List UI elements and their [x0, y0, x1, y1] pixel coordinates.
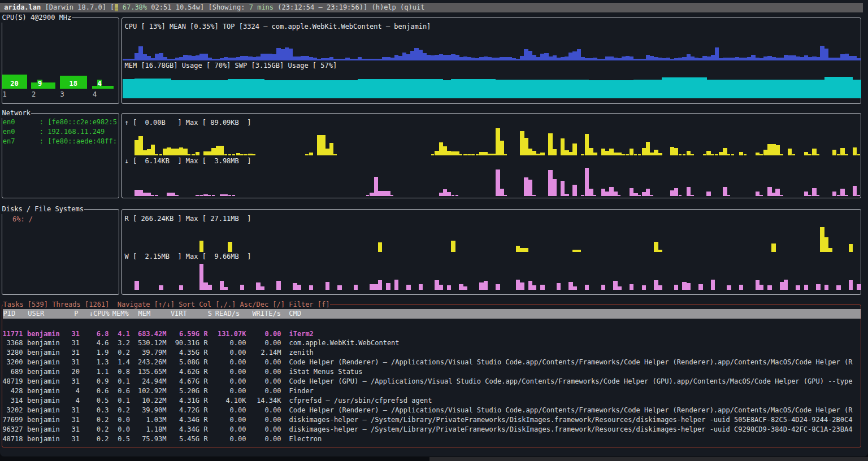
hostname: arida.lan [4, 3, 41, 11]
task-row[interactable]: 48718benjamin310.20.575.93M5.45GR0.000.0… [2, 434, 860, 444]
disk-read-chart [123, 225, 861, 252]
chart-bar [804, 285, 808, 290]
task-row[interactable]: 3280benjamin311.90.239.79M4.35GR0.002.14… [2, 348, 860, 358]
tasks-panel-title: Tasks [539] Threads [1261] Navigate [↑/↓… [3, 300, 331, 310]
chart-zero-dash [780, 154, 783, 155]
chart-bar [337, 285, 341, 290]
task-cmd: Code Helper (Renderer) — /Applications/V… [289, 406, 853, 415]
chart-bar [171, 193, 175, 196]
cpu-core-label: 2 [32, 90, 36, 99]
chart-zero-dash [581, 154, 584, 155]
chart-bar [276, 281, 280, 290]
chart-bar [727, 285, 731, 290]
column-header-mem[interactable]: MEM [138, 309, 151, 319]
chart-zero-dash [760, 195, 762, 196]
chart-bar [658, 153, 662, 155]
interface-separator: : [15, 118, 47, 126]
network-panel: Network en0 : [fe80::c2e:e982:5en0 : 192… [2, 113, 119, 198]
task-write: 0.00 [2, 415, 281, 425]
task-cmd: Electron [289, 434, 322, 444]
cpu-core-label: 4 [93, 90, 97, 99]
chart-bar [840, 189, 844, 196]
chart-zero-dash [476, 154, 479, 155]
chart-bar [151, 145, 155, 155]
cpu-core-label: 1 [3, 90, 7, 99]
chart-zero-dash [208, 195, 211, 196]
chart-zero-dash [780, 195, 783, 196]
chart-zero-dash [626, 154, 628, 155]
chart-bar [784, 280, 788, 290]
chart-zero-dash [471, 154, 474, 155]
chart-zero-dash [504, 154, 507, 155]
chart-bar [723, 148, 727, 155]
column-header-s[interactable]: S [208, 309, 212, 319]
disk-write-line: W [ 2.15MB ] Max [ 9.66MB ] [125, 252, 251, 262]
task-cmd: Code Helper (GPU) — /Applications/Visual… [289, 377, 853, 386]
chart-zero-dash [593, 195, 596, 196]
chart-bar [406, 285, 410, 290]
task-row[interactable]: 3368benjamin314.63.2530.12M90.31GR0.000.… [2, 338, 860, 348]
chart-bar [775, 145, 779, 155]
network-interface-row: en0 : [fe80::c2e:e982:5 [3, 118, 117, 127]
chart-bar [658, 285, 662, 290]
chart-bar [832, 150, 836, 155]
terminal-window[interactable]: arida.lan [Darwin 18.7.0] [ 67.38% 02:51… [0, 0, 868, 456]
chart-bar [739, 285, 743, 290]
chart-bar [394, 280, 398, 290]
chart-zero-dash [792, 154, 795, 155]
chart-bar [828, 248, 832, 252]
chart-zero-dash [715, 154, 718, 155]
task-cmd: com.apple.WebKit.WebContent [289, 338, 400, 348]
chart-bar [207, 285, 211, 290]
chart-zero-dash [760, 154, 762, 155]
interface-name: en0 [3, 118, 15, 126]
task-row[interactable]: 3200benjamin311.31.4243.26M5.08GR0.000.0… [2, 358, 860, 367]
separator [396, 3, 400, 11]
chart-bar [836, 285, 840, 290]
chart-zero-dash [244, 154, 247, 155]
interface-address: 192.168.11.249 [47, 128, 105, 136]
task-row[interactable]: 3202benjamin310.30.239.90M4.72GR0.000.00… [2, 406, 860, 415]
column-header-memp[interactable]: MEM% [112, 309, 129, 319]
chart-zero-dash [504, 195, 507, 196]
task-row[interactable]: 48719benjamin310.90.124.94M4.67GR0.000.0… [2, 377, 860, 386]
chart-zero-dash [455, 195, 458, 196]
net-up-chart [123, 126, 861, 155]
chart-bar [378, 242, 382, 252]
chart-zero-dash [333, 154, 336, 155]
quit-hint[interactable]: (q)uit [400, 3, 424, 11]
battery-detail: 02:51 10.54w] [Showing: [147, 3, 249, 11]
column-header-cpu[interactable]: ↓CPU% [89, 309, 110, 319]
chart-bar [630, 284, 633, 290]
column-header-read[interactable]: READ/s [215, 309, 240, 319]
chart-bar [565, 194, 568, 196]
chart-bar [572, 185, 576, 196]
column-header-user[interactable]: USER [28, 309, 44, 319]
cpus-panel: CPU(S) 4@2900 MHz 2019218344 [2, 18, 119, 104]
task-row[interactable]: 428benjamin40.60.6102.92M5.20GR0.000.00F… [2, 386, 860, 396]
task-row[interactable]: 77699benjamin310.20.01.03M4.34GR0.000.00… [2, 415, 860, 425]
column-header-pid[interactable]: PID [3, 309, 16, 319]
chart-zero-dash [808, 195, 811, 196]
chart-zero-dash [817, 195, 819, 196]
task-row[interactable]: 314benjamin40.50.110.22M4.31GR4.10K14.34… [2, 396, 860, 406]
help-hint[interactable]: (h)elp [371, 3, 396, 11]
task-cmd: diskimages-helper — /System/Library/Priv… [289, 425, 853, 434]
task-row-selected[interactable]: 11771benjamin316.84.1683.42M6.59GR131.07… [2, 329, 860, 339]
task-row[interactable]: 96327benjamin310.20.01.18M4.34GR0.000.00… [2, 425, 860, 434]
chart-zero-dash [155, 195, 158, 196]
screen: arida.lan [Darwin 18.7.0] [ 67.38% 02:51… [0, 0, 868, 461]
column-header-p[interactable]: P [74, 309, 78, 319]
tasks-table-header[interactable]: PIDUSERP↓CPU%MEM%MEMVIRTSREAD/sWRITE/sCM… [3, 309, 861, 319]
chart-bar [853, 147, 857, 155]
chart-bar [796, 285, 800, 290]
chart-bar [500, 189, 504, 196]
tasks-panel: Tasks [539] Threads [1261] Navigate [↑/↓… [2, 305, 862, 447]
column-header-virt[interactable]: VIRT [171, 309, 187, 319]
task-write: 0.00 [2, 358, 281, 367]
task-row[interactable]: 689benjamin201.10.8135.65M4.62GR0.000.00… [2, 367, 860, 377]
task-cmd: iTerm2 [289, 329, 314, 339]
column-header-cmd[interactable]: CMD [289, 309, 301, 319]
chart-zero-dash [232, 195, 235, 196]
column-header-write[interactable]: WRITE/s [252, 309, 281, 319]
